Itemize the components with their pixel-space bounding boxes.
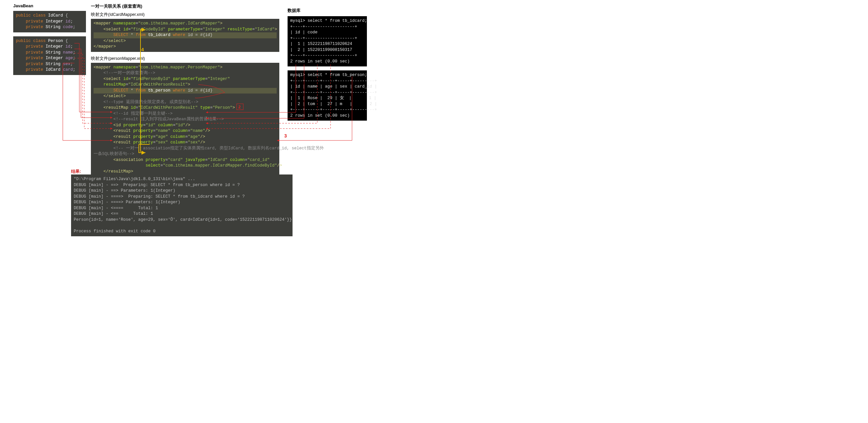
mapper-column: 一对一关联关系 (嵌套查询) 映射文件(IdCardMapper.xml) <m…	[91, 3, 279, 7]
javabean-header: JavaBean	[13, 3, 86, 7]
javabean-column: JavaBean public class IdCard { private I…	[13, 3, 86, 7]
main-header: 一对一关联关系 (嵌套查询)	[91, 3, 279, 7]
